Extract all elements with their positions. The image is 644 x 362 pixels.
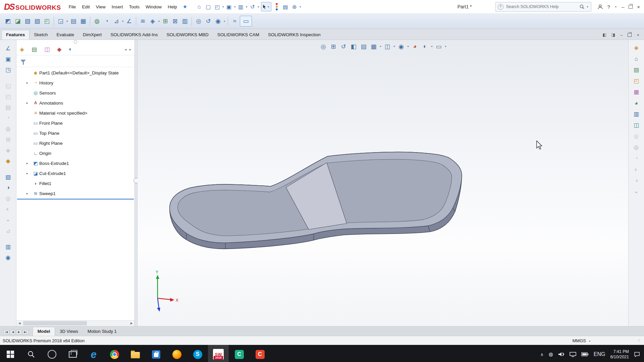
search-caret-icon[interactable]: ▾ [587,5,588,8]
tool-icon-10[interactable]: ◔ [102,16,111,26]
microsoft-store-button[interactable] [146,345,166,362]
edit-appearance-icon[interactable]: ◕ [411,42,420,51]
apply-scene-icon[interactable]: ◐ [421,42,430,51]
select-caret-icon[interactable]: ▾ [268,5,269,8]
tab-model[interactable]: Model [33,327,55,336]
pane-next-icon[interactable]: ◨ [611,33,615,37]
forum-pane-icon[interactable]: ◫ [631,121,641,130]
scroll-left-icon[interactable]: ◂ [125,48,126,51]
network-share-icon[interactable]: ◍ [549,351,553,357]
select-tool-button[interactable]: ▾ [261,2,271,11]
tab-motion-study-1[interactable]: Motion Study 1 [83,327,121,336]
options-gear-icon[interactable]: ⊛ [290,2,299,11]
tool-icon-13[interactable]: ≋ [138,16,148,26]
tab-solidworks-mbd[interactable]: SOLIDWORKS MBD [162,30,213,40]
selection-filter-icon[interactable] [276,3,278,10]
help-caret-icon[interactable]: ▾ [615,5,616,8]
strip-tool-icon[interactable]: ∠ [3,44,13,53]
tool-icon-4[interactable]: ▨ [33,16,42,26]
tool-icon-20[interactable]: ◉ [213,16,223,26]
expand-arrow-icon[interactable]: ▸ [26,172,32,175]
units-caret-icon[interactable]: ▴ [589,339,590,342]
panel-horizontal-scrollbar[interactable]: ◀ ▶ [16,320,135,326]
doc-close-icon[interactable]: × [637,33,639,37]
camtasia-app-button[interactable]: C [229,345,250,362]
undo-icon[interactable]: ↺ [248,2,257,11]
tree-item-cut-extrude1[interactable]: ▸ ◪ Cut-Extrude1 [16,168,135,178]
scrollbar-right-icon[interactable]: ▶ [128,322,135,325]
taskbar-clock[interactable]: 7:41 PM 6/10/2021 [610,349,629,360]
doc-restore-icon[interactable] [628,33,632,37]
scrollbar-track[interactable] [22,320,128,326]
last-tab-icon[interactable]: ▶| [22,330,29,335]
tool-icon-6[interactable]: ◲ [56,16,65,26]
tree-item-boss-extrude1[interactable]: ▸ ◩ Boss-Extrude1 [16,158,135,168]
menu-view[interactable]: View [93,3,109,11]
strip-tool-icon[interactable]: ◆ [3,157,13,165]
user-account-icon[interactable] [597,4,603,10]
print-caret-icon[interactable]: ▾ [246,5,247,8]
tab-solidworks-inspection[interactable]: SOLIDWORKS Inspection [264,30,325,40]
tree-item-origin[interactable]: ∟ Origin [16,148,135,158]
tree-filter-input[interactable] [29,58,130,64]
tab-features[interactable]: Features [1,30,30,40]
section-view-icon[interactable]: ◧ [349,42,358,51]
model-3d-shoe-sole[interactable]: Y X [138,40,628,326]
panel-splitter[interactable] [135,40,138,326]
scrollbar-left-icon[interactable]: ◀ [16,322,22,325]
menu-window[interactable]: Window [143,3,165,11]
tool-icon-19[interactable]: ↺ [204,16,213,26]
task-list-icon[interactable]: ▤ [281,2,290,11]
strip-tool-icon[interactable]: ◳ [3,65,13,74]
skype-app-button[interactable]: S [187,345,208,362]
pane-previous-icon[interactable]: ◧ [602,33,606,37]
new-document-icon[interactable]: ▢ [204,2,213,11]
rollback-bar[interactable] [17,199,134,199]
doc-minimize-icon[interactable]: – [620,33,623,37]
strip-tool-icon[interactable]: ▣ [3,55,13,63]
tree-item-sweep1[interactable]: ▸ ≋ Sweep1 [16,188,135,198]
action-center-icon[interactable] [634,352,640,357]
tree-item-right-plane[interactable]: ▭ Right Plane [16,138,135,148]
tree-root-part[interactable]: ◆ Part1 (Default<<Default>_Display State [16,68,135,78]
tree-item-sensors[interactable]: ◎ Sensors [16,88,135,98]
strip-tool-icon[interactable]: ◉ [3,253,13,262]
menu-edit[interactable]: Edit [79,3,93,11]
dimxpertmanager-tab-icon[interactable]: ◆ [57,46,61,53]
tool-caret-icon[interactable]: ▾ [158,20,160,23]
chrome-app-button[interactable] [104,345,125,362]
tool-icon-5[interactable]: ◰ [42,16,52,26]
home-pane-icon[interactable]: ⌂ [631,54,641,63]
tool-icon-1[interactable]: ◩ [3,16,13,26]
taskbar-search-button[interactable] [21,345,42,362]
home-icon[interactable]: ⌂ [195,2,204,11]
panel-collapse-handle[interactable] [16,40,135,44]
tab-solidworks-add-ins[interactable]: SOLIDWORKS Add-Ins [106,30,162,40]
print-icon[interactable]: ▥ [236,2,245,11]
propertymanager-tab-icon[interactable]: ▤ [32,46,37,53]
tab-solidworks-cam[interactable]: SOLIDWORKS CAM [213,30,264,40]
units-selector[interactable]: MMGS ▴ [573,338,591,343]
strip-tool-icon[interactable]: ▥ [3,242,13,251]
expand-arrow-icon[interactable]: ▸ [26,162,32,165]
file-explorer-button[interactable] [125,345,146,362]
apply-scene-caret-icon[interactable]: ▾ [431,45,433,48]
tool-icon-15[interactable]: ⊞ [161,16,170,26]
network-icon[interactable] [570,352,576,357]
featuremanager-tab-icon[interactable]: ◈ [20,46,24,53]
view-palette-icon[interactable]: ▦ [631,87,641,97]
search-icon[interactable] [580,4,584,9]
tree-item-material[interactable]: ≡ Material <not specified> [16,108,135,118]
help-menu-icon[interactable]: ? [607,4,610,9]
save-caret-icon[interactable]: ▾ [234,5,235,8]
welcome-resources-icon[interactable]: ◈ [631,43,641,52]
filter-funnel-icon[interactable] [20,60,26,63]
previous-view-icon[interactable]: ↺ [339,42,348,51]
menu-tools[interactable]: Tools [126,3,143,11]
tool-icon-17[interactable]: ▥ [180,16,190,26]
tab-evaluate[interactable]: Evaluate [52,30,79,40]
hidden-icons-chevron[interactable]: ∧ [540,352,544,357]
custom-properties-icon[interactable]: ▥ [631,110,641,119]
display-style-icon[interactable]: ◫ [383,42,392,51]
dynamic-annotation-views-icon[interactable]: ▤ [359,42,368,51]
